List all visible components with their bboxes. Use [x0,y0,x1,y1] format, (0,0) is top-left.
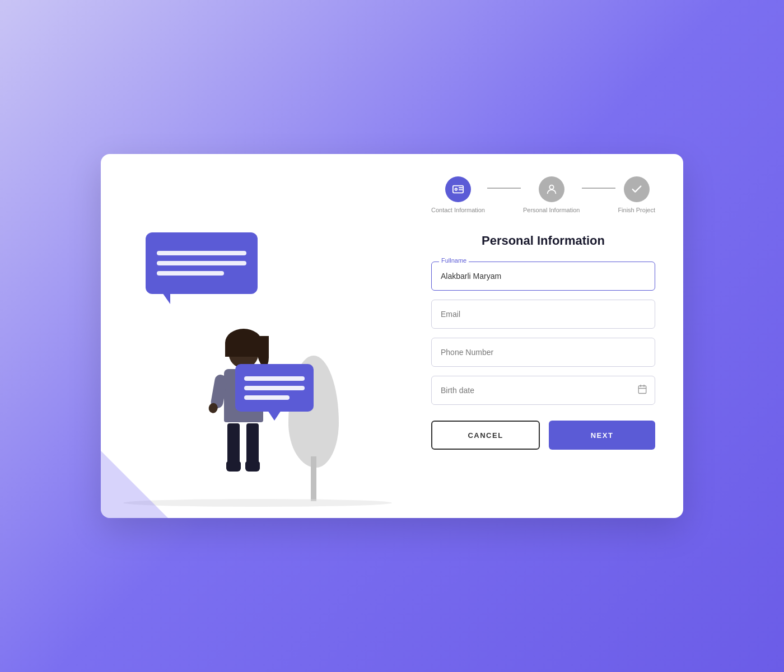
phone-input[interactable] [431,338,655,367]
birthdate-input[interactable] [431,376,655,405]
step-label-personal: Personal Information [523,207,580,213]
figure-hand-left [208,402,218,414]
step-label-finish: Finish Project [618,207,655,213]
step-personal-information: Personal Information [523,176,580,213]
next-button[interactable]: NEXT [549,421,655,450]
step-label-contact: Contact Information [431,207,485,213]
bubble-line [244,395,290,400]
plant-stem [311,456,316,501]
person-icon [545,183,558,195]
figure-leg-right [246,423,260,472]
bubble-line [244,376,305,381]
speech-bubble-2 [235,364,314,412]
fullname-field-wrapper: Fullname [431,262,655,291]
bubble-line [244,386,305,390]
id-card-icon [452,183,464,195]
svg-point-4 [549,185,553,189]
button-row: CANCEL NEXT [431,421,655,450]
illustration-panel [101,154,403,518]
form-title: Personal Information [431,234,655,248]
bubble-line [157,261,246,265]
figure-arm-left [210,374,228,409]
speech-bubble-1 [146,232,258,294]
main-card: Contact Information Personal Information [101,154,683,518]
cancel-button[interactable]: CANCEL [431,421,540,450]
stepper: Contact Information Personal Information [431,176,655,213]
bubble-line [157,271,224,276]
figure-head [228,333,259,368]
step-contact-information: Contact Information [431,176,485,213]
phone-field-wrapper [431,338,655,367]
svg-point-1 [455,188,458,190]
email-field-wrapper [431,300,655,329]
fullname-label: Fullname [439,257,469,264]
step-circle-finish [624,176,650,202]
fullname-input[interactable] [431,262,655,291]
form-panel: Contact Information Personal Information [403,154,683,518]
step-circle-personal [539,176,564,202]
bubble-line [157,251,246,255]
step-finish-project: Finish Project [618,176,655,213]
step-circle-contact [445,176,471,202]
birthdate-field-wrapper [431,376,655,405]
step-connector-2 [582,188,615,189]
step-connector-1 [487,188,521,189]
email-input[interactable] [431,300,655,329]
figure-leg-left [227,423,241,472]
check-icon [631,183,643,195]
figure-legs [207,423,280,472]
form-fields: Fullname [431,262,655,405]
bottom-triangle-decoration [101,451,168,518]
